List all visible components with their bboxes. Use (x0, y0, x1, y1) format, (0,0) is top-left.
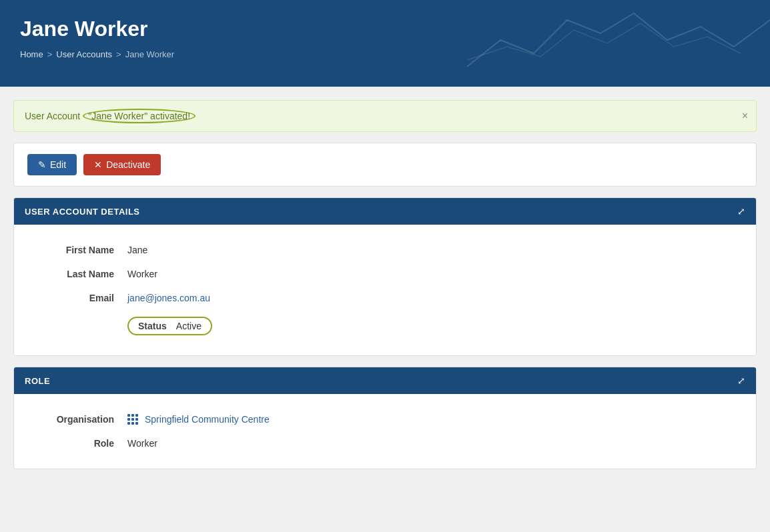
value-organisation[interactable]: Springfield Community Centre (127, 414, 270, 425)
user-account-details-expand[interactable]: ⤢ (737, 206, 745, 217)
detail-row-firstname: First Name Jane (34, 238, 736, 262)
detail-row-organisation: Organisation Springfield Community Centr… (34, 407, 736, 431)
status-value: Active (176, 321, 202, 331)
role-header: ROLE ⤢ (14, 367, 756, 394)
edit-icon: ✎ (38, 159, 46, 170)
user-account-details-header: USER ACCOUNT DETAILS ⤢ (14, 198, 756, 225)
grid-icon (127, 414, 138, 425)
deactivate-icon: ✕ (94, 159, 102, 170)
detail-row-role: Role Worker (34, 431, 736, 455)
user-account-details-card: USER ACCOUNT DETAILS ⤢ First Name Jane L… (13, 197, 757, 356)
breadcrumb: Home > User Accounts > Jane Worker (20, 49, 750, 59)
breadcrumb-current: Jane Worker (125, 49, 174, 59)
detail-row-email: Email jane@jones.com.au (34, 286, 736, 310)
edit-button[interactable]: ✎ Edit (27, 154, 77, 175)
alert-close-button[interactable]: × (742, 111, 748, 121)
value-firstname: Jane (127, 245, 147, 255)
role-body: Organisation Springfield Community Centr… (14, 394, 756, 469)
alert-highlight: "Jane Worker" activated! (83, 109, 196, 123)
deactivate-button[interactable]: ✕ Deactivate (83, 154, 161, 175)
detail-row-lastname: Last Name Worker (34, 262, 736, 286)
value-email[interactable]: jane@jones.com.au (127, 293, 210, 303)
role-expand[interactable]: ⤢ (737, 375, 745, 386)
label-lastname: Last Name (34, 269, 127, 279)
role-card: ROLE ⤢ Organisation Springfield Communit… (13, 367, 757, 469)
breadcrumb-user-accounts[interactable]: User Accounts (56, 49, 112, 59)
label-email: Email (34, 293, 127, 303)
status-badge: Status Active (127, 317, 212, 335)
detail-row-status: Status Active (34, 310, 736, 342)
page-title: Jane Worker (20, 17, 750, 41)
success-alert: User Account "Jane Worker" activated! × (13, 100, 757, 132)
value-lastname: Worker (127, 269, 157, 279)
label-organisation: Organisation (34, 414, 127, 425)
user-account-details-body: First Name Jane Last Name Worker Email j… (14, 225, 756, 355)
label-firstname: First Name (34, 245, 127, 255)
breadcrumb-sep-1: > (47, 49, 53, 59)
main-content: User Account "Jane Worker" activated! × … (0, 87, 770, 493)
breadcrumb-home[interactable]: Home (20, 49, 43, 59)
alert-text: User Account "Jane Worker" activated! (25, 109, 196, 123)
label-role: Role (34, 438, 127, 449)
status-label-text: Status (138, 321, 176, 331)
page-header: Jane Worker Home > User Accounts > Jane … (0, 0, 770, 87)
value-role: Worker (127, 438, 157, 449)
breadcrumb-sep-2: > (116, 49, 121, 59)
actions-bar: ✎ Edit ✕ Deactivate (13, 143, 757, 187)
user-account-details-title: USER ACCOUNT DETAILS (25, 207, 140, 217)
role-title: ROLE (25, 376, 50, 386)
